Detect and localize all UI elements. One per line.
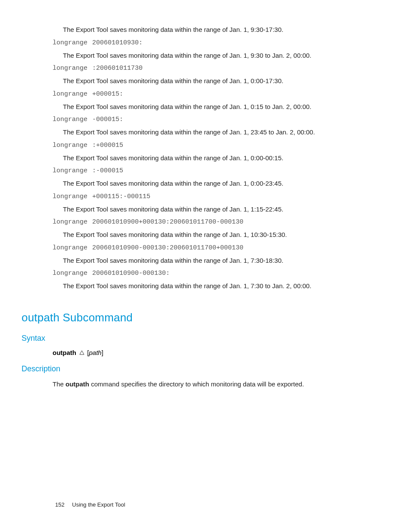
example-description: The Export Tool saves monitoring data wi… (63, 281, 389, 291)
description-paragraph: The outpath command specifies the direct… (53, 380, 389, 389)
example-description: The Export Tool saves monitoring data wi… (63, 205, 389, 215)
example-code: longrange 200601010900+000130:2006010117… (53, 218, 389, 226)
example-description: The Export Tool saves monitoring data wi… (63, 153, 389, 163)
syntax-definition: outpath [path] (53, 349, 389, 358)
example-description: The Export Tool saves monitoring data wi… (63, 179, 389, 189)
desc-text-suffix: command specifies the directory to which… (89, 380, 304, 388)
desc-text-bold: outpath (65, 380, 89, 388)
triangle-icon (79, 349, 84, 356)
syntax-command: outpath (53, 349, 76, 356)
example-code: longrange -000015: (53, 116, 389, 123)
example-code: longrange 200601010900-000130:2006010117… (53, 244, 389, 252)
page-number: 152 (55, 501, 65, 508)
example-code: longrange 200601010930: (53, 39, 389, 47)
example-code: longrange +000015: (53, 90, 389, 98)
example-description: The Export Tool saves monitoring data wi… (63, 230, 389, 240)
example-code: longrange +000115:-000115 (53, 193, 389, 200)
footer-title: Using the Export Tool (72, 501, 125, 508)
desc-text-prefix: The (53, 380, 65, 388)
subheading-syntax: Syntax (22, 334, 389, 343)
example-code: longrange :200601011730 (53, 65, 389, 72)
example-code: longrange 200601010900-000130: (53, 270, 389, 277)
example-description: The Export Tool saves monitoring data wi… (63, 128, 389, 137)
example-code: longrange :+000015 (53, 142, 389, 149)
page-footer: 152 Using the Export Tool (55, 501, 125, 508)
example-description: The Export Tool saves monitoring data wi… (63, 51, 389, 61)
example-description: The Export Tool saves monitoring data wi… (63, 76, 389, 86)
example-description: The Export Tool saves monitoring data wi… (63, 25, 389, 35)
example-description: The Export Tool saves monitoring data wi… (63, 102, 389, 112)
example-code: longrange :-000015 (53, 167, 389, 174)
syntax-param: path (89, 349, 102, 356)
example-description: The Export Tool saves monitoring data wi… (63, 256, 389, 266)
subheading-description: Description (22, 364, 389, 373)
section-heading-outpath: outpath Subcommand (22, 311, 389, 324)
syntax-bracket-close: ] (102, 349, 103, 356)
